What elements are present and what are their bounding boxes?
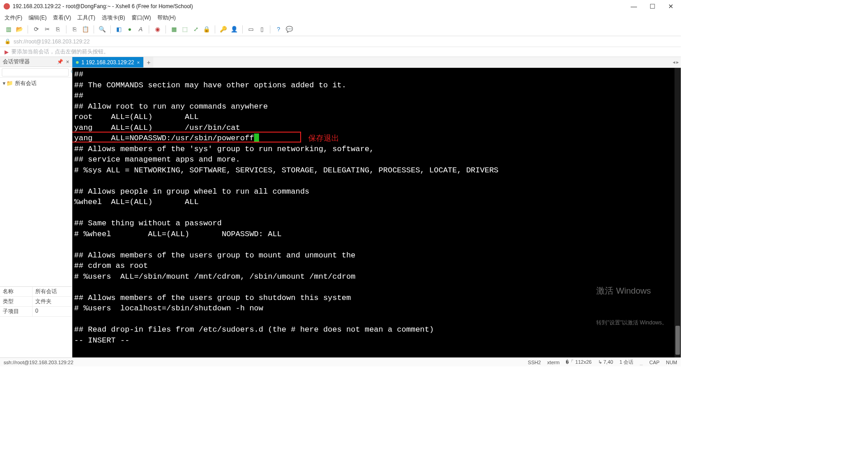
status-dot-icon	[76, 61, 79, 64]
tab-prev-icon[interactable]: ◂	[673, 59, 675, 65]
help-icon[interactable]: ?	[274, 25, 283, 33]
maximize-button[interactable]: ☐	[650, 3, 656, 10]
tab-bar: 1 192.168.203.129:22 × + ◂ ▸	[72, 57, 681, 68]
separator	[28, 25, 28, 33]
layout2-icon[interactable]: ▯	[258, 25, 266, 33]
pin-icon[interactable]: 📌	[57, 59, 63, 65]
sidebar-properties: 名称 所有会话 类型 文件夹 子项目 0	[0, 286, 72, 357]
disconnect-icon[interactable]: ✂	[43, 25, 51, 33]
tree-root[interactable]: ▾📁所有会话	[3, 80, 69, 87]
terminal-text-after: ## Allows members of the 'sys' group to …	[74, 145, 499, 345]
layout1-icon[interactable]: ▭	[247, 25, 255, 33]
tab-add-button[interactable]: +	[143, 57, 153, 67]
watermark-line2: 转到"设置"以激活 Windows。	[596, 318, 667, 328]
window-controls: — ☐ ✕	[631, 3, 677, 10]
highlight-text: yang ALL=NOPASSWD:/usr/sbin/poweroff	[74, 134, 254, 143]
status-bar: ssh://root@192.168.203.129:22 SSH2 xterm…	[0, 357, 681, 366]
menu-tabs[interactable]: 选项卡(B)	[102, 14, 125, 22]
sidebar-search: 🔍	[0, 67, 72, 78]
status-sessions: 1 会话	[619, 359, 633, 366]
menu-view[interactable]: 查看(V)	[53, 14, 71, 22]
status-right: SSH2 xterm �「 112x26 ↳ 7,40 1 会话 ⎯ CAP N…	[528, 359, 677, 366]
open-icon[interactable]: 📂	[15, 25, 24, 33]
prop-row: 类型 文件夹	[0, 297, 72, 307]
sidebar-header: 会话管理器 📌 ×	[0, 57, 72, 67]
highlighted-line: yang ALL=NOPASSWD:/usr/sbin/poweroff	[74, 133, 259, 144]
menu-edit[interactable]: 编辑(E)	[28, 14, 47, 22]
key-icon[interactable]: 🔑	[219, 25, 227, 33]
tree-root-label: 所有会话	[15, 80, 37, 86]
search-input[interactable]	[2, 68, 69, 76]
tile-icon[interactable]: ▦	[170, 25, 178, 33]
scrollbar-thumb[interactable]	[675, 326, 680, 355]
lock-icon[interactable]: 🔒	[203, 25, 211, 33]
status-cap: CAP	[649, 360, 660, 365]
minimize-button[interactable]: —	[631, 3, 637, 10]
status-size: �「 112x26	[566, 359, 592, 366]
status-pos: ↳ 7,40	[598, 359, 613, 365]
reconnect-icon[interactable]: ⟳	[32, 25, 40, 33]
new-session-icon[interactable]: ▥	[5, 25, 13, 33]
prop-row: 名称 所有会话	[0, 287, 72, 297]
prop-value: 文件夹	[33, 297, 72, 306]
separator	[110, 25, 111, 33]
app-icon	[4, 3, 10, 10]
globe-icon[interactable]: ●	[126, 25, 134, 33]
search-icon[interactable]: 🔍	[98, 25, 106, 33]
toolbar: ▥ 📂 ⟳ ✂ ⎘ ⎘ 📋 🔍 ◧ ● A ◉ ▦ ⬚ ⤢ 🔒 🔑 👤 ▭ ▯ …	[0, 23, 681, 36]
cascade-icon[interactable]: ⬚	[181, 25, 189, 33]
tab-active[interactable]: 1 192.168.203.129:22 ×	[72, 57, 143, 67]
prop-row: 子项目 0	[0, 307, 72, 317]
menu-tools[interactable]: 工具(T)	[77, 14, 95, 22]
separator	[270, 25, 270, 33]
separator	[94, 25, 94, 33]
prop-value: 0	[33, 307, 72, 316]
tab-nav: ◂ ▸	[671, 57, 681, 67]
sidebar-title: 会话管理器	[3, 58, 30, 66]
status-term: xterm	[547, 360, 560, 365]
address-bar: 🔒 ssh://root@192.168.203.129:22	[0, 36, 681, 47]
props-icon[interactable]: ⎘	[54, 25, 62, 33]
menu-window[interactable]: 窗口(W)	[132, 14, 151, 22]
titlebar: 192.168.203.129:22 - root@DongFang:~ - X…	[0, 0, 681, 13]
font-icon[interactable]: A	[137, 25, 145, 33]
terminal-scrollbar[interactable]	[675, 68, 681, 357]
workspace: 会话管理器 📌 × 🔍 ▾📁所有会话 名称 所有会话 类型 文件夹 子项目	[0, 57, 681, 357]
color-icon[interactable]: ◧	[115, 25, 123, 33]
menu-file[interactable]: 文件(F)	[5, 14, 22, 22]
close-button[interactable]: ✕	[668, 3, 674, 10]
prop-value: 所有会话	[33, 287, 72, 296]
sidebar-close-icon[interactable]: ×	[66, 59, 69, 65]
window-title: 192.168.203.129:22 - root@DongFang:~ - X…	[13, 3, 193, 10]
separator	[149, 25, 149, 33]
separator	[215, 25, 215, 33]
prop-key: 类型	[0, 297, 33, 306]
copy-icon[interactable]: ⎘	[71, 25, 79, 33]
expand-icon[interactable]: ▾	[3, 80, 5, 86]
session-manager: 会话管理器 📌 × 🔍 ▾📁所有会话 名称 所有会话 类型 文件夹 子项目	[0, 57, 72, 357]
menu-help[interactable]: 帮助(H)	[157, 14, 176, 22]
flag-icon: ▶	[5, 49, 9, 55]
tab-close-icon[interactable]: ×	[137, 60, 140, 65]
info-text: 要添加当前会话，点击左侧的箭头按钮。	[11, 48, 109, 56]
separator	[242, 25, 243, 33]
user-icon[interactable]: 👤	[230, 25, 238, 33]
menubar: 文件(F) 编辑(E) 查看(V) 工具(T) 选项卡(B) 窗口(W) 帮助(…	[0, 13, 681, 23]
cursor	[254, 133, 259, 142]
windows-watermark: 激活 Windows 转到"设置"以激活 Windows。	[596, 264, 667, 349]
separator	[66, 25, 66, 33]
status-num: NUM	[666, 360, 677, 365]
prop-key: 名称	[0, 287, 33, 296]
terminal[interactable]: ## ## The COMMANDS section may have othe…	[72, 68, 681, 357]
fullscreen-icon[interactable]: ⤢	[192, 25, 200, 33]
prop-key: 子项目	[0, 307, 33, 316]
lock-icon: 🔒	[5, 38, 11, 44]
status-sep: ⎯	[640, 360, 643, 365]
address-url[interactable]: ssh://root@192.168.203.129:22	[14, 38, 90, 45]
paste-icon[interactable]: 📋	[81, 25, 90, 33]
watermark-line1: 激活 Windows	[596, 285, 667, 296]
tab-next-icon[interactable]: ▸	[676, 59, 679, 65]
xagent-icon[interactable]: ◉	[153, 25, 161, 33]
session-tree[interactable]: ▾📁所有会话	[0, 78, 72, 286]
chat-icon[interactable]: 💬	[285, 25, 293, 33]
